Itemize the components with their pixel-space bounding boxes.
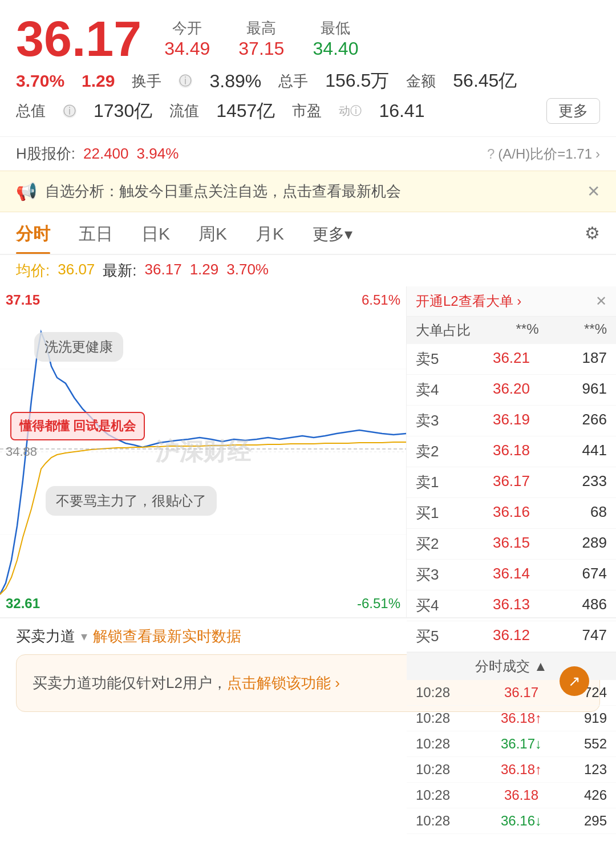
- ratio-chevron-icon: ›: [595, 146, 600, 162]
- chart-low-price: 32.61: [6, 596, 40, 612]
- l2-close-icon[interactable]: ✕: [595, 293, 607, 309]
- time-trade-row-4: 10:28 36.18↑ 123: [407, 757, 616, 783]
- row3: 总值 ⓘ 1730亿 流值 1457亿 市盈 动ⓘ 16.41 更多: [16, 98, 600, 124]
- comment-bubble-2: 懂得都懂 回试是机会: [10, 412, 145, 440]
- chart-area[interactable]: 37.15 34.88 32.61 6.51% -6.51% 沪深财经 洗洗更健…: [0, 286, 406, 617]
- ob-header-col3: **%: [584, 321, 607, 339]
- hstock-right[interactable]: ? (A/H)比价=1.71 ›: [487, 145, 600, 163]
- close-icon[interactable]: ✕: [587, 182, 600, 201]
- time-trade-row-3: 10:28 36.17↓ 552: [407, 731, 616, 757]
- unlock-link[interactable]: 点击解锁该功能 ›: [227, 674, 340, 691]
- ob-header-col2: **%: [516, 321, 538, 339]
- row2: 3.70% 1.29 换手 ⓘ 3.89% 总手 156.5万 金额 56.45…: [16, 68, 600, 94]
- total-val-icon[interactable]: ⓘ: [63, 104, 76, 118]
- tab-wuri[interactable]: 五日: [79, 212, 113, 254]
- today-open-label: 今开: [172, 18, 202, 38]
- notice-text: 自选分析：触发今日重点关注自选，点击查看最新机会: [45, 181, 401, 201]
- sell-order-2: 卖2 36.18 441: [407, 436, 616, 467]
- price-row: 36.17 今开 34.49 最高 37.15 最低 34.40: [16, 14, 600, 64]
- amount-label: 金额: [406, 71, 436, 91]
- total-val: 1730亿: [94, 99, 152, 124]
- expand-arrow-icon[interactable]: ↗: [560, 666, 589, 696]
- avg-label: 均价:: [16, 261, 50, 281]
- sell-order-3: 卖3 36.19 266: [407, 406, 616, 436]
- time-trade-row-6: 10:28 36.16↓ 295: [407, 808, 616, 834]
- hstock-price: 22.400: [83, 145, 129, 163]
- pe-label: 市盈: [292, 101, 322, 121]
- tab-zhouk[interactable]: 周K: [198, 212, 227, 254]
- pe-val: 16.41: [379, 100, 424, 122]
- tab-yuek[interactable]: 月K: [256, 212, 284, 254]
- tab-dayk[interactable]: 日K: [141, 212, 170, 254]
- more-button[interactable]: 更多: [546, 98, 600, 124]
- total-hand-val: 156.5万: [325, 68, 389, 94]
- bs-label: 买卖力道: [16, 626, 75, 646]
- time-trade-row-5: 10:28 36.18 426: [407, 783, 616, 808]
- main-price: 36.17: [16, 14, 141, 64]
- main-content: 37.15 34.88 32.61 6.51% -6.51% 沪深财经 洗洗更健…: [0, 286, 616, 617]
- chart-change-pct: 3.70%: [226, 261, 269, 281]
- chevron-down-icon: ▾: [81, 629, 87, 644]
- buy-order-5: 买5 36.12 747: [407, 621, 616, 652]
- chart-high-pct: 6.51%: [362, 292, 400, 308]
- change-pct: 3.70%: [16, 71, 64, 91]
- top-section: 36.17 今开 34.49 最高 37.15 最低 34.40 3.70% 1…: [0, 0, 616, 136]
- unlock-desc: 买卖力道功能仅针对L2用户，点击解锁该功能 ›: [33, 672, 583, 694]
- latest-label: 最新:: [103, 261, 136, 281]
- today-open-val: 34.49: [164, 38, 210, 59]
- sell-order-5: 卖5 36.21 187: [407, 344, 616, 375]
- hstock-pct: 3.94%: [137, 145, 179, 163]
- settings-icon[interactable]: ⚙: [585, 223, 600, 243]
- ob-header-col1: 大单占比: [416, 321, 471, 339]
- buy-order-4: 买4 36.13 486: [407, 590, 616, 621]
- amount-val: 56.45亿: [453, 68, 517, 94]
- speaker-icon: 📢: [16, 181, 37, 201]
- time-trade-row-2: 10:28 36.18↑ 919: [407, 706, 616, 731]
- high-label: 最高: [246, 18, 276, 38]
- low-label: 最低: [321, 18, 350, 38]
- buy-order-1: 买1 36.16 68: [407, 498, 616, 529]
- hstock-ratio: (A/H)比价=1.71: [498, 145, 592, 163]
- hstock-label: H股报价:: [16, 144, 75, 164]
- tab-fenshi[interactable]: 分时: [16, 212, 50, 254]
- turnover-info-icon[interactable]: ⓘ: [179, 74, 192, 88]
- chart-change-abs: 1.29: [190, 261, 219, 281]
- chart-mid-price: 34.88: [6, 444, 37, 459]
- float-val: 1457亿: [216, 99, 275, 124]
- orderbook-area: 开通L2查看大单 › ✕ 大单占比 **% **% 卖5 36.21 187 卖…: [406, 286, 616, 617]
- comment-bubble-1: 洗洗更健康: [34, 332, 123, 362]
- hstock-row: H股报价: 22.400 3.94% ? (A/H)比价=1.71 ›: [0, 136, 616, 171]
- chart-high-price: 37.15: [6, 292, 40, 308]
- tab-more[interactable]: 更多▾: [313, 213, 352, 253]
- buy-order-2: 买2 36.15 289: [407, 529, 616, 560]
- chart-info-row: 均价: 36.07 最新: 36.17 1.29 3.70%: [0, 255, 616, 286]
- notice-row[interactable]: 📢 自选分析：触发今日重点关注自选，点击查看最新机会 ✕: [0, 171, 616, 212]
- comment-bubble-3: 不要骂主力了，很贴心了: [46, 486, 217, 516]
- l2-banner[interactable]: 开通L2查看大单 › ✕: [407, 286, 616, 317]
- ratio-help-icon: ?: [487, 146, 495, 162]
- avg-val: 36.07: [58, 261, 95, 281]
- l2-label[interactable]: 开通L2查看大单 ›: [416, 292, 521, 310]
- buy-order-3: 买3 36.14 674: [407, 560, 616, 590]
- hstock-left: H股报价: 22.400 3.94%: [16, 144, 179, 164]
- chart-low-pct: -6.51%: [357, 596, 400, 612]
- sell-order-1: 卖1 36.17 233: [407, 467, 616, 498]
- total-val-label: 总值: [16, 101, 46, 121]
- high-val: 37.15: [238, 38, 284, 59]
- pe-icon[interactable]: 动ⓘ: [339, 103, 362, 119]
- low-val: 34.40: [313, 38, 358, 59]
- float-label: 流值: [169, 101, 199, 121]
- total-hand-label: 总手: [278, 71, 308, 91]
- sell-order-4: 卖4 36.20 961: [407, 375, 616, 406]
- orderbook-header: 大单占比 **% **%: [407, 317, 616, 344]
- tabs-row: 分时 五日 日K 周K 月K 更多▾ ⚙: [0, 212, 616, 255]
- latest-val: 36.17: [145, 261, 182, 281]
- turnover-val: 3.89%: [209, 71, 261, 92]
- bs-unlock[interactable]: 解锁查看最新实时数据: [93, 626, 241, 646]
- turnover-label: 换手: [132, 71, 161, 91]
- change-abs: 1.29: [82, 71, 115, 91]
